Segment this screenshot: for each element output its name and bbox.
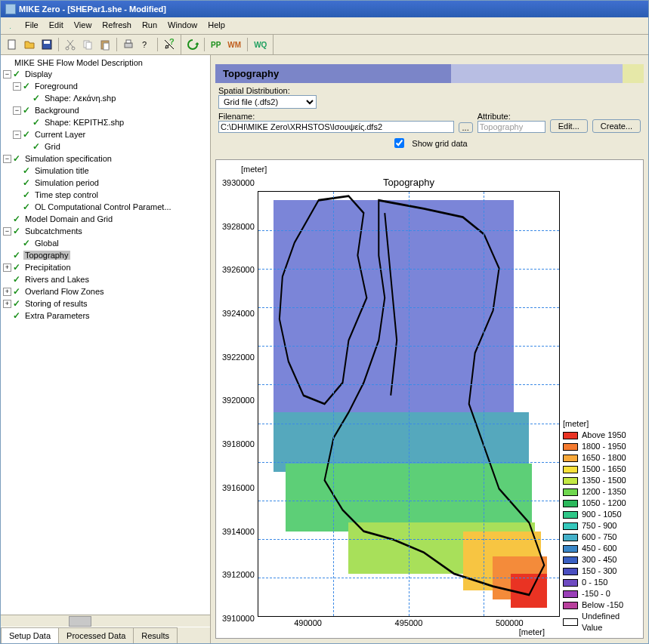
create-button[interactable]: Create... [592, 119, 641, 133]
expand-icon[interactable]: − [13, 82, 21, 91]
pp-button[interactable]: PP [208, 39, 224, 51]
copy-button[interactable] [79, 36, 96, 53]
expand-icon[interactable]: + [3, 300, 11, 308]
tree-storing[interactable]: Storing of results [23, 299, 89, 308]
refresh-icon[interactable] [184, 36, 201, 53]
svg-rect-0 [10, 28, 11, 29]
legend-item: 1200 - 1350 [563, 486, 641, 498]
expand-icon[interactable]: − [3, 155, 11, 163]
tree-precip[interactable]: Precipitation [23, 263, 73, 272]
tree-sim-title[interactable]: Simulation title [33, 166, 91, 175]
show-grid-checkbox[interactable] [394, 138, 404, 148]
tree-sim-period[interactable]: Simulation period [33, 178, 100, 187]
whatsthis-button[interactable]: ? [161, 36, 178, 53]
h-scrollbar[interactable] [1, 615, 210, 627]
legend-title: [meter] [563, 419, 641, 428]
wm-button[interactable]: WM [224, 39, 244, 51]
browse-button[interactable]: ... [459, 122, 473, 133]
tree-root[interactable]: MIKE SHE Flow Model Description [13, 58, 144, 67]
tree-current-layer[interactable]: Current Layer [33, 130, 87, 139]
tree-display[interactable]: Display [23, 69, 54, 79]
menu-view[interactable]: View [70, 19, 97, 32]
expand-icon[interactable]: + [3, 288, 11, 296]
header-stripe [451, 64, 623, 83]
tree-global[interactable]: Global [33, 239, 60, 248]
tree-time-step[interactable]: Time step control [33, 190, 100, 199]
x-axis: 490000495000500000 [258, 617, 560, 627]
tab-results[interactable]: Results [133, 627, 178, 643]
expand-icon[interactable]: − [13, 131, 21, 139]
expand-icon[interactable]: − [3, 227, 11, 236]
y-axis: 3930000392800039260003924000392200039200… [222, 177, 258, 636]
edit-button[interactable]: Edit... [550, 119, 588, 133]
legend-item: 1650 - 1800 [563, 452, 641, 464]
panel-title: Topography [215, 64, 451, 83]
menu-help[interactable]: Help [203, 19, 230, 32]
new-button[interactable] [4, 36, 20, 53]
window-title: MIKE Zero - [SHEPar1.she - Modified] [19, 5, 166, 14]
open-button[interactable] [21, 36, 38, 53]
spatial-dist-select[interactable]: Grid file (.dfs2) [218, 95, 317, 109]
chart-title: Topography [258, 177, 560, 188]
menu-window[interactable]: Window [163, 19, 202, 32]
print-button[interactable] [120, 36, 137, 53]
svg-rect-13 [126, 40, 131, 43]
legend-item: Undefined Value [563, 611, 641, 633]
legend-item: 900 - 1050 [563, 509, 641, 520]
wq-button[interactable]: WQ [251, 39, 270, 51]
save-button[interactable] [39, 36, 55, 53]
legend-item: Below -150 [563, 599, 641, 611]
menu-run[interactable]: Run [138, 19, 162, 32]
legend: [meter] Above 19501800 - 19501650 - 1800… [560, 165, 641, 636]
legend-item: 1800 - 1950 [563, 441, 641, 452]
tree-rivers[interactable]: Rivers and Lakes [23, 275, 91, 284]
toolbar-standard: ? ? [1, 35, 181, 54]
help-context-button[interactable]: ? [138, 36, 154, 53]
tree-model-domain[interactable]: Model Domain and Grid [23, 214, 114, 223]
tab-setup-data[interactable]: Setup Data [1, 627, 59, 643]
tree-extra[interactable]: Extra Parameters [23, 311, 91, 320]
cut-button[interactable] [62, 36, 79, 53]
tab-processed-data[interactable]: Processed Data [58, 627, 134, 643]
tree-overland[interactable]: Overland Flow Zones [23, 287, 106, 296]
expand-icon[interactable]: − [13, 106, 21, 115]
legend-item: 150 - 300 [563, 565, 641, 577]
legend-item: 300 - 450 [563, 554, 641, 565]
header-stripe-end [623, 64, 644, 83]
expand-icon[interactable]: − [3, 70, 11, 79]
show-grid-label: Show grid data [412, 139, 467, 148]
titlebar: MIKE Zero - [SHEPar1.she - Modified] [1, 1, 648, 17]
legend-item: -150 - 0 [563, 588, 641, 599]
legend-item: 1350 - 1500 [563, 475, 641, 486]
menu-file[interactable]: File [20, 19, 43, 32]
doc-icon [5, 20, 16, 31]
legend-item: 450 - 600 [563, 543, 641, 554]
legend-item: 0 - 150 [563, 577, 641, 588]
legend-item: Above 1950 [563, 430, 641, 441]
tree-fg-shape[interactable]: Shape: Λεκάνη.shp [43, 94, 117, 103]
tree-subcatch[interactable]: Subcatchments [23, 226, 84, 236]
tree-bg-shape[interactable]: Shape: ΚΕΡΙΤΗΣ.shp [43, 118, 125, 127]
tree-background[interactable]: Background [33, 106, 81, 115]
y-axis-unit: [meter] [222, 165, 560, 174]
legend-item: 600 - 750 [563, 532, 641, 543]
tree-grid[interactable]: Grid [43, 142, 62, 151]
paste-button[interactable] [97, 36, 113, 53]
toolbar-sim: PP WM WQ [181, 35, 274, 54]
tree-foreground[interactable]: Foreground [33, 82, 79, 91]
svg-rect-9 [86, 42, 91, 49]
tree-view[interactable]: MIKE SHE Flow Model Description −✓Displa… [1, 55, 210, 615]
menu-refresh[interactable]: Refresh [97, 19, 136, 32]
app-icon [5, 4, 16, 14]
tree-ol-comp[interactable]: OL Computational Control Paramet... [33, 202, 173, 211]
filename-input[interactable] [218, 121, 454, 133]
chart-area: [meter] 39300003928000392600039240003922… [215, 159, 644, 639]
tree-topography[interactable]: Topography [23, 251, 70, 260]
expand-icon[interactable]: + [3, 263, 11, 272]
svg-rect-11 [104, 43, 109, 50]
legend-item: 1500 - 1650 [563, 464, 641, 475]
svg-rect-3 [8, 40, 15, 49]
filename-label: Filename: [218, 112, 255, 121]
menu-edit[interactable]: Edit [45, 19, 68, 32]
tree-sim-spec[interactable]: Simulation specification [23, 154, 113, 163]
